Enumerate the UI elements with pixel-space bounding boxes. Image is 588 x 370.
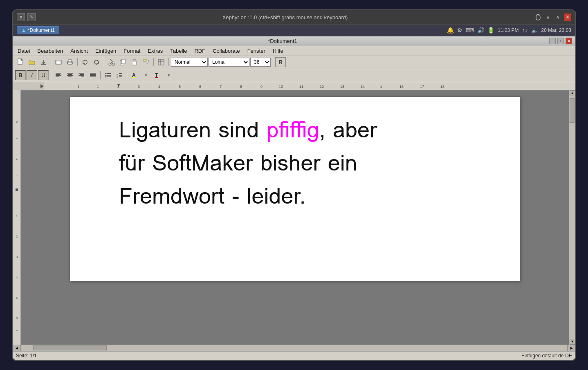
underline-button[interactable]: U: [38, 70, 49, 80]
scrollbar-right[interactable]: ▲ ▼: [569, 90, 575, 345]
font-dropdown[interactable]: Loma: [209, 58, 249, 67]
xephyr-close-btn[interactable]: ✕: [564, 13, 571, 21]
app-titlebar: *Dokument1 − + ✕: [13, 36, 575, 46]
list-unordered-button[interactable]: [103, 70, 113, 80]
scrollbar-thumb[interactable]: [570, 98, 575, 123]
status-bar: Seite: 1/1 Einfügen default de-DE: [13, 351, 575, 360]
svg-text:A: A: [132, 72, 136, 78]
svg-text:17: 17: [420, 85, 424, 89]
scrollbar-up-btn[interactable]: ▲: [570, 90, 575, 96]
menu-einfuegen[interactable]: Einfügen: [92, 47, 119, 55]
cut-button[interactable]: [106, 57, 117, 67]
svg-text:4: 4: [16, 276, 18, 279]
insert-table-button[interactable]: [156, 57, 166, 67]
redo-button[interactable]: [91, 57, 102, 67]
keyboard-icon: ⌨: [466, 27, 474, 34]
svg-text:3: 3: [16, 255, 18, 259]
style-dropdown[interactable]: Normal: [171, 58, 208, 67]
paste-button[interactable]: [129, 57, 140, 67]
svg-text:−: −: [16, 329, 18, 332]
hscroll-thumb[interactable]: [33, 345, 107, 350]
new-button[interactable]: [15, 57, 26, 67]
svg-text:1: 1: [16, 157, 18, 161]
xephyr-maximize-btn[interactable]: ∧: [554, 13, 561, 21]
tray-right: 🔔 ⚙ ⌨ 🔊 🔋 11:03 PM ↑↓ 🔈 20 Mar, 23:03: [447, 27, 571, 34]
svg-text:6: 6: [199, 85, 201, 89]
svg-text:13: 13: [340, 85, 344, 89]
align-center-button[interactable]: [65, 70, 75, 80]
app-maximize-btn[interactable]: +: [557, 38, 564, 44]
scrollbar-track: [569, 96, 575, 339]
svg-text:5: 5: [179, 85, 181, 89]
toolbar1: Normal Loma 36 R: [13, 56, 575, 69]
toolbar2: B I U 1.2.3.: [13, 69, 575, 82]
format-paint-button[interactable]: [141, 57, 151, 67]
document-scroll-area[interactable]: Ligaturen sind pfiffig, aber für SoftMak…: [21, 90, 569, 345]
svg-text:5: 5: [16, 296, 18, 300]
hscroll-right-btn[interactable]: ▶: [567, 345, 575, 351]
print-button[interactable]: [65, 57, 75, 67]
scrollbar-down-btn[interactable]: ▼: [570, 339, 575, 345]
xephyr-minimize-btn[interactable]: ∨: [544, 13, 552, 21]
menu-collaborate[interactable]: Collaborate: [209, 47, 243, 55]
copy-button[interactable]: [118, 57, 128, 67]
svg-point-42: [105, 76, 107, 78]
bold-button[interactable]: B: [15, 70, 26, 80]
italic-button[interactable]: I: [27, 70, 37, 80]
clock: 11:03 PM: [498, 27, 518, 33]
app-minimize-btn[interactable]: −: [549, 38, 556, 44]
menu-ansicht[interactable]: Ansicht: [67, 47, 91, 55]
align-left-button[interactable]: [53, 70, 64, 80]
menu-rdf[interactable]: RDF: [191, 47, 209, 55]
system-tray: ▲ *Dokument1 🔔 ⚙ ⌨ 🔊 🔋 11:03 PM ↑↓ 🔈 20 …: [13, 25, 575, 36]
menu-datei[interactable]: Datei: [14, 47, 33, 55]
highlight-button[interactable]: A: [129, 70, 140, 80]
ruler-vertical: 2 − 1 − 1 2 3 4 5 6 −: [13, 90, 21, 345]
open-button[interactable]: [27, 57, 37, 67]
menu-hilfe[interactable]: Hilfe: [269, 47, 287, 55]
justify-button[interactable]: [88, 70, 98, 80]
app-close-btn[interactable]: ✕: [566, 38, 572, 44]
toolbar-separator-7: [51, 71, 51, 79]
xephyr-pin-icon[interactable]: ✎: [27, 13, 36, 21]
document-text[interactable]: Ligaturen sind pfiffig, aber für SoftMak…: [119, 113, 471, 213]
menu-format[interactable]: Format: [120, 47, 144, 55]
svg-text:3: 3: [138, 85, 140, 89]
scrollbar-horizontal[interactable]: ◀ ▶: [13, 345, 575, 351]
svg-rect-10: [68, 63, 72, 64]
toolbar-separator-2: [77, 58, 78, 66]
size-dropdown[interactable]: 36: [250, 58, 271, 67]
volume-icon: 🔊: [477, 27, 484, 34]
font-color-dropdown-btn[interactable]: ▼: [164, 70, 174, 80]
print-preview-button[interactable]: [53, 57, 64, 67]
battery-icon: 🔋: [487, 27, 494, 34]
svg-text:18: 18: [440, 85, 444, 89]
hscroll-track: [21, 345, 561, 351]
menu-extras[interactable]: Extras: [144, 47, 166, 55]
menu-tabelle[interactable]: Tabelle: [167, 47, 190, 55]
menu-fenster[interactable]: Fenster: [244, 47, 269, 55]
svg-rect-57: [44, 82, 575, 90]
xephyr-x-icon[interactable]: X: [17, 13, 25, 21]
menu-bearbeiten[interactable]: Bearbeiten: [34, 47, 66, 55]
undo-button[interactable]: [80, 57, 90, 67]
svg-text:11: 11: [299, 85, 303, 89]
svg-rect-55: [155, 77, 158, 78]
svg-rect-53: [132, 77, 135, 78]
font-color-button[interactable]: T: [152, 70, 163, 80]
volume2-icon: 🔈: [531, 27, 538, 34]
xephyr-mouse-icon: [534, 13, 542, 21]
r-button[interactable]: R: [275, 57, 286, 67]
text-normal-2: , aber: [319, 112, 377, 147]
svg-point-40: [105, 73, 107, 74]
download-button[interactable]: [38, 57, 49, 67]
taskbar-app-button[interactable]: ▲ *Dokument1: [17, 26, 59, 34]
svg-text:T: T: [155, 72, 158, 78]
svg-text:8: 8: [240, 85, 242, 89]
align-right-button[interactable]: [76, 70, 87, 80]
highlight-dropdown-btn[interactable]: ▼: [141, 70, 151, 80]
list-ordered-button[interactable]: 1.2.3.: [114, 70, 125, 80]
svg-text:−: −: [16, 137, 18, 140]
svg-rect-17: [121, 59, 125, 64]
hscroll-left-btn[interactable]: ◀: [13, 345, 21, 351]
